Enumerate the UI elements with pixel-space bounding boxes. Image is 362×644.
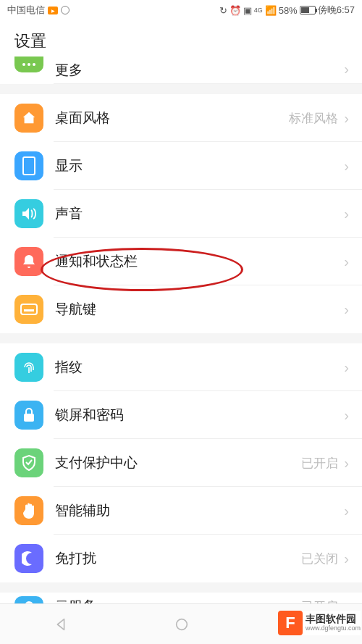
svg-rect-5 (24, 309, 34, 311)
chevron-icon: › (344, 503, 349, 519)
chevron-icon: › (344, 110, 349, 127)
watermark-url: www.dgfengtu.com (306, 625, 361, 632)
label-notif: 通知和状态栏 (55, 252, 344, 271)
settings-list: 更多 › 桌面风格 标准风格 › 显示 › 声音 › 通知和状态栏 › (0, 59, 362, 620)
label-nav: 导航键 (55, 300, 344, 319)
section-gap (0, 84, 362, 94)
row-notification-statusbar[interactable]: 通知和状态栏 › (0, 238, 362, 285)
more-icon (14, 57, 43, 72)
value-pay: 已开启 (301, 455, 338, 472)
fingerprint-icon (14, 353, 43, 382)
row-more[interactable]: 更多 › (0, 59, 362, 84)
label-desktop: 桌面风格 (55, 109, 289, 127)
battery-icon (300, 6, 316, 14)
row-smart-assist[interactable]: 智能辅助 › (0, 487, 362, 535)
label-assist: 智能辅助 (55, 501, 344, 520)
alarm-icon: ⏰ (230, 5, 241, 16)
play-badge-icon (48, 7, 58, 14)
nav-keys-icon (14, 295, 43, 324)
svg-point-7 (177, 619, 188, 630)
nfc-icon: ▣ (243, 5, 252, 16)
svg-rect-6 (24, 414, 34, 422)
network-label: 4G (254, 7, 263, 14)
watermark-title: 丰图软件园 (306, 614, 361, 624)
svg-point-0 (22, 63, 25, 66)
section-gap (0, 333, 362, 343)
shield-icon (14, 448, 43, 477)
section-gap (0, 582, 362, 593)
svg-rect-3 (23, 157, 35, 175)
bell-icon (14, 247, 43, 276)
label-sound: 声音 (55, 204, 344, 223)
signal-icon: 📶 (265, 5, 277, 16)
label-fingerprint: 指纹 (55, 358, 344, 377)
page-title: 设置 (14, 30, 348, 52)
row-desktop-style[interactable]: 桌面风格 标准风格 › (0, 94, 362, 142)
moon-icon (14, 544, 43, 573)
label-dnd: 免打扰 (55, 549, 301, 568)
row-payment-protect[interactable]: 支付保护中心 已开启 › (0, 439, 362, 487)
hand-icon (14, 496, 43, 525)
nav-home-button[interactable] (174, 616, 190, 632)
battery-pct: 58% (279, 5, 298, 16)
chevron-icon: › (344, 551, 349, 567)
page-header: 设置 (0, 20, 362, 59)
svg-point-1 (28, 63, 30, 66)
sync-icon: ↻ (219, 5, 227, 16)
chevron-icon: › (344, 407, 349, 424)
chevron-icon: › (344, 254, 349, 270)
watermark-logo: F (278, 611, 303, 635)
display-icon (14, 151, 43, 180)
row-fingerprint[interactable]: 指纹 › (0, 343, 362, 391)
svg-point-2 (33, 63, 35, 66)
row-sound[interactable]: 声音 › (0, 190, 362, 238)
lock-icon (14, 401, 43, 430)
chevron-icon: › (344, 158, 349, 175)
chevron-icon: › (344, 61, 349, 78)
home-icon (14, 104, 43, 133)
label-lock: 锁屏和密码 (55, 406, 344, 425)
value-desktop: 标准风格 (289, 110, 338, 127)
chevron-icon: › (344, 359, 349, 376)
row-dnd[interactable]: 免打扰 已关闭 › (0, 535, 362, 582)
record-icon (61, 6, 70, 14)
row-nav-keys[interactable]: 导航键 › (0, 285, 362, 333)
row-display[interactable]: 显示 › (0, 142, 362, 190)
label-display: 显示 (55, 156, 344, 175)
sound-icon (14, 199, 43, 228)
nav-back-button[interactable] (53, 616, 69, 632)
label-more: 更多 (55, 61, 344, 80)
chevron-icon: › (344, 301, 349, 318)
status-bar: 中国电信 ↻ ⏰ ▣ 4G 📶 58% 傍晚6:57 (0, 0, 362, 20)
chevron-icon: › (344, 455, 349, 472)
value-dnd: 已关闭 (301, 551, 338, 567)
carrier-label: 中国电信 (7, 4, 45, 17)
time-label: 傍晚6:57 (318, 4, 355, 17)
row-lock-password[interactable]: 锁屏和密码 › (0, 391, 362, 439)
label-pay: 支付保护中心 (55, 453, 301, 472)
watermark: F 丰图软件园 www.dgfengtu.com (278, 611, 361, 635)
chevron-icon: › (344, 206, 349, 222)
